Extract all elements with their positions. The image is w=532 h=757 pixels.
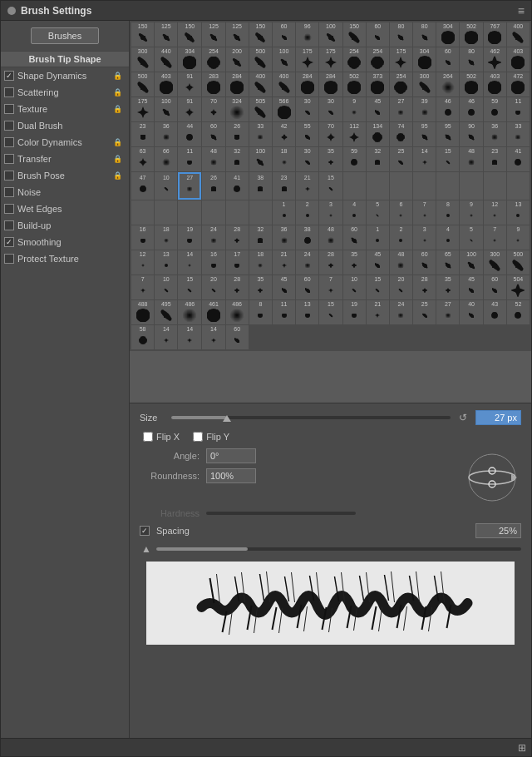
brush-cell[interactable]: 48 <box>460 147 482 171</box>
brush-cell[interactable]: 502 <box>343 72 366 96</box>
brush-cell[interactable]: 48 <box>319 225 342 250</box>
brush-cell[interactable]: 36 <box>484 122 506 146</box>
brush-cell[interactable]: 28 <box>319 250 342 275</box>
brush-cell[interactable]: 91 <box>178 72 201 96</box>
brush-cell[interactable]: 14 <box>202 325 224 349</box>
brush-cell[interactable]: 70 <box>202 97 224 121</box>
brush-cell[interactable]: 70 <box>319 122 342 146</box>
angle-circle-svg[interactable] <box>463 448 521 507</box>
brush-cell[interactable]: 80 <box>460 47 482 72</box>
size-input[interactable] <box>475 410 521 425</box>
brush-cell[interactable]: 11 <box>273 300 295 324</box>
brush-cell[interactable]: 566 <box>273 97 295 121</box>
brush-cell[interactable]: 26 <box>226 122 249 146</box>
brush-cell[interactable]: 23 <box>131 122 154 146</box>
brush-cell[interactable]: 2 <box>390 225 412 250</box>
brush-cell[interactable]: 400 <box>249 72 272 96</box>
brush-cell[interactable]: 60 <box>367 22 389 47</box>
brush-grid-area[interactable]: 1501251501251251506096100150608080304502… <box>130 21 531 403</box>
brush-cell[interactable]: 39 <box>413 97 436 121</box>
brush-cell[interactable]: 112 <box>343 122 366 146</box>
checkbox-0[interactable] <box>4 71 14 81</box>
brush-cell[interactable]: 21 <box>367 300 389 324</box>
brush-cell[interactable]: 45 <box>460 275 482 299</box>
brush-cell[interactable]: 18 <box>155 225 177 250</box>
brush-cell[interactable]: 10 <box>343 275 366 299</box>
sidebar-item-texture[interactable]: Texture🔒 <box>1 101 129 117</box>
brush-cell[interactable]: 14 <box>413 147 436 171</box>
brush-cell[interactable]: 14 <box>155 325 177 349</box>
brush-cell[interactable] <box>178 200 201 225</box>
brush-cell[interactable]: 150 <box>249 22 272 47</box>
sidebar-item-transfer[interactable]: Transfer🔒 <box>1 151 129 167</box>
sidebar-item-scattering[interactable]: Scattering🔒 <box>1 84 129 101</box>
brush-cell[interactable]: 175 <box>390 47 412 72</box>
brush-cell[interactable]: 200 <box>226 47 249 72</box>
brush-cell[interactable]: 767 <box>484 22 506 47</box>
brush-cell[interactable]: 403 <box>155 72 177 96</box>
brush-cell[interactable]: 502 <box>460 22 482 47</box>
brush-cell[interactable]: 504 <box>507 275 530 299</box>
brush-cell[interactable]: 175 <box>319 47 342 72</box>
brush-cell[interactable] <box>131 200 154 225</box>
brush-cell[interactable]: 27 <box>436 300 459 324</box>
brush-cell[interactable]: 9 <box>507 225 530 250</box>
sidebar-item-dual-brush[interactable]: Dual Brush <box>1 117 129 134</box>
brush-cell[interactable]: 59 <box>343 147 366 171</box>
brushes-button[interactable]: Brushes <box>31 27 99 44</box>
brush-cell[interactable]: 125 <box>226 22 249 47</box>
brush-cell[interactable]: 66 <box>155 147 177 171</box>
sidebar-item-smoothing[interactable]: Smoothing <box>1 234 129 250</box>
brush-cell[interactable]: 304 <box>436 22 459 47</box>
brush-cell[interactable]: 47 <box>131 172 154 200</box>
brush-cell[interactable]: 20 <box>202 275 224 299</box>
brush-cell[interactable]: 17 <box>226 250 249 275</box>
brush-cell[interactable]: 15 <box>319 300 342 324</box>
size-reset-button[interactable]: ↺ <box>457 412 469 423</box>
brush-cell[interactable]: 150 <box>131 22 154 47</box>
brush-cell[interactable]: 4 <box>436 225 459 250</box>
brush-cell[interactable]: 32 <box>367 147 389 171</box>
spacing-checkbox[interactable] <box>140 526 150 536</box>
brush-cell[interactable]: 100 <box>460 250 482 275</box>
brush-cell[interactable]: 125 <box>155 22 177 47</box>
brush-cell[interactable]: 1 <box>273 200 295 225</box>
brush-cell[interactable] <box>436 172 459 200</box>
brush-cell[interactable]: 440 <box>155 47 177 72</box>
brush-cell[interactable]: 373 <box>367 72 389 96</box>
brush-cell[interactable]: 35 <box>319 147 342 171</box>
brush-cell[interactable]: 7 <box>484 225 506 250</box>
checkbox-8[interactable] <box>4 204 14 214</box>
brush-cell[interactable]: 36 <box>155 122 177 146</box>
angle-input[interactable] <box>206 448 256 463</box>
brush-cell[interactable]: 19 <box>343 300 366 324</box>
brush-cell[interactable]: 60 <box>343 225 366 250</box>
brush-cell[interactable]: 23 <box>273 172 295 200</box>
brush-cell[interactable]: 15 <box>436 147 459 171</box>
brush-cell[interactable]: 100 <box>249 147 272 171</box>
brush-cell[interactable]: 486 <box>178 300 201 324</box>
brush-cell[interactable]: 44 <box>178 122 201 146</box>
checkbox-6[interactable] <box>4 171 14 181</box>
brush-cell[interactable]: 20 <box>390 275 412 299</box>
brush-cell[interactable]: 125 <box>202 22 224 47</box>
brush-cell[interactable]: 13 <box>155 250 177 275</box>
brush-cell[interactable]: 90 <box>460 122 482 146</box>
brush-cell[interactable]: 462 <box>484 47 506 72</box>
brush-cell[interactable]: 10 <box>155 172 177 200</box>
brush-cell[interactable]: 33 <box>507 122 530 146</box>
brush-cell[interactable]: 403 <box>484 72 506 96</box>
brush-cell[interactable]: 74 <box>390 122 412 146</box>
checkbox-1[interactable] <box>4 87 14 97</box>
brush-cell[interactable]: 19 <box>178 225 201 250</box>
brush-cell[interactable]: 13 <box>296 300 318 324</box>
brush-cell[interactable]: 60 <box>273 22 295 47</box>
brush-cell[interactable]: 3 <box>413 225 436 250</box>
brush-cell[interactable]: 60 <box>484 275 506 299</box>
sidebar-item-color-dynamics[interactable]: Color Dynamics🔒 <box>1 134 129 151</box>
brush-cell[interactable]: 41 <box>226 172 249 200</box>
brush-cell[interactable]: 502 <box>460 72 482 96</box>
brush-cell[interactable]: 488 <box>131 300 154 324</box>
bottom-icon[interactable]: ⊞ <box>518 742 526 754</box>
brush-cell[interactable]: 60 <box>413 250 436 275</box>
